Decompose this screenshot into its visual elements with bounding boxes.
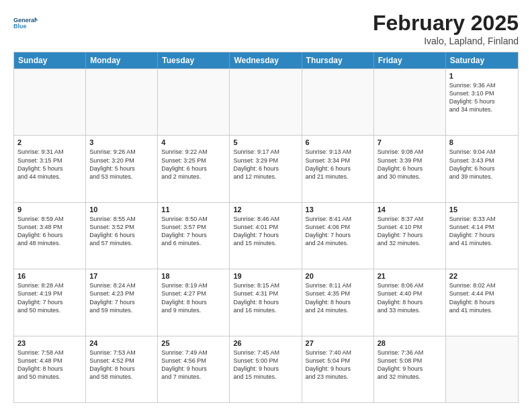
calendar-day-2: 2Sunrise: 9:31 AM Sunset: 3:15 PM Daylig… — [14, 136, 86, 201]
day-number: 16 — [17, 272, 82, 280]
day-info: Sunrise: 9:17 AM Sunset: 3:29 PM Dayligh… — [233, 148, 298, 181]
day-info: Sunrise: 9:36 AM Sunset: 3:10 PM Dayligh… — [449, 81, 515, 114]
calendar-week-2: 2Sunrise: 9:31 AM Sunset: 3:15 PM Daylig… — [14, 135, 518, 201]
day-info: Sunrise: 7:49 AM Sunset: 4:56 PM Dayligh… — [161, 349, 226, 381]
day-number: 19 — [233, 272, 298, 280]
location: Ivalo, Lapland, Finland — [373, 36, 519, 46]
day-info: Sunrise: 8:06 AM Sunset: 4:40 PM Dayligh… — [378, 281, 442, 314]
day-number: 10 — [89, 205, 154, 214]
day-number: 22 — [449, 272, 515, 280]
day-number: 27 — [306, 339, 370, 347]
day-info: Sunrise: 8:55 AM Sunset: 3:52 PM Dayligh… — [89, 215, 154, 248]
day-number: 11 — [161, 205, 226, 214]
calendar-day-23: 23Sunrise: 7:58 AM Sunset: 4:48 PM Dayli… — [14, 336, 86, 402]
calendar-day-9: 9Sunrise: 8:59 AM Sunset: 3:48 PM Daylig… — [14, 203, 86, 269]
day-number: 12 — [233, 205, 298, 214]
calendar-day-25: 25Sunrise: 7:49 AM Sunset: 4:56 PM Dayli… — [158, 336, 230, 402]
calendar-day-12: 12Sunrise: 8:46 AM Sunset: 4:01 PM Dayli… — [230, 203, 302, 269]
calendar-day-21: 21Sunrise: 8:06 AM Sunset: 4:40 PM Dayli… — [374, 269, 446, 335]
calendar-cell-empty — [86, 69, 158, 135]
calendar-day-15: 15Sunrise: 8:33 AM Sunset: 4:14 PM Dayli… — [446, 203, 518, 269]
svg-text:General: General — [13, 17, 36, 24]
calendar-cell-empty — [302, 69, 374, 135]
day-info: Sunrise: 9:31 AM Sunset: 3:15 PM Dayligh… — [17, 148, 82, 181]
calendar-day-14: 14Sunrise: 8:37 AM Sunset: 4:10 PM Dayli… — [374, 203, 446, 269]
day-number: 9 — [17, 205, 82, 214]
day-info: Sunrise: 8:46 AM Sunset: 4:01 PM Dayligh… — [233, 215, 298, 248]
day-info: Sunrise: 7:36 AM Sunset: 5:08 PM Dayligh… — [378, 349, 442, 381]
calendar-day-6: 6Sunrise: 9:13 AM Sunset: 3:34 PM Daylig… — [302, 136, 374, 201]
calendar-day-4: 4Sunrise: 9:22 AM Sunset: 3:25 PM Daylig… — [158, 136, 230, 201]
weekday-header-monday: Monday — [86, 52, 158, 68]
day-number: 25 — [161, 339, 226, 347]
month-title: February 2025 — [373, 11, 519, 36]
day-number: 13 — [306, 205, 370, 214]
calendar-week-3: 9Sunrise: 8:59 AM Sunset: 3:48 PM Daylig… — [14, 202, 518, 269]
title-block: February 2025 Ivalo, Lapland, Finland — [373, 11, 519, 46]
calendar-day-18: 18Sunrise: 8:19 AM Sunset: 4:27 PM Dayli… — [158, 269, 230, 335]
logo: General Blue — [13, 11, 38, 35]
day-number: 2 — [17, 138, 82, 146]
svg-text:Blue: Blue — [13, 23, 27, 30]
calendar-day-13: 13Sunrise: 8:41 AM Sunset: 4:06 PM Dayli… — [302, 203, 374, 269]
day-info: Sunrise: 8:24 AM Sunset: 4:23 PM Dayligh… — [89, 281, 154, 314]
day-number: 8 — [449, 138, 515, 146]
weekday-header-sunday: Sunday — [14, 52, 86, 68]
calendar-header: SundayMondayTuesdayWednesdayThursdayFrid… — [14, 52, 518, 68]
day-number: 7 — [378, 138, 442, 146]
day-number: 1 — [449, 72, 515, 80]
day-number: 28 — [378, 339, 442, 347]
day-info: Sunrise: 8:59 AM Sunset: 3:48 PM Dayligh… — [17, 215, 82, 248]
day-info: Sunrise: 9:13 AM Sunset: 3:34 PM Dayligh… — [306, 148, 370, 181]
logo-icon: General Blue — [13, 11, 38, 35]
calendar-week-1: 1Sunrise: 9:36 AM Sunset: 3:10 PM Daylig… — [14, 68, 518, 135]
calendar-body: 1Sunrise: 9:36 AM Sunset: 3:10 PM Daylig… — [14, 68, 518, 402]
day-number: 21 — [378, 272, 442, 280]
day-number: 6 — [306, 138, 370, 146]
day-info: Sunrise: 8:33 AM Sunset: 4:14 PM Dayligh… — [449, 215, 515, 248]
calendar-week-4: 16Sunrise: 8:28 AM Sunset: 4:19 PM Dayli… — [14, 269, 518, 335]
day-number: 14 — [378, 205, 442, 214]
calendar-day-5: 5Sunrise: 9:17 AM Sunset: 3:29 PM Daylig… — [230, 136, 302, 201]
calendar-day-7: 7Sunrise: 9:08 AM Sunset: 3:39 PM Daylig… — [374, 136, 446, 201]
calendar-day-11: 11Sunrise: 8:50 AM Sunset: 3:57 PM Dayli… — [158, 203, 230, 269]
day-number: 4 — [161, 138, 226, 146]
weekday-header-friday: Friday — [374, 52, 446, 68]
calendar-cell-empty — [374, 69, 446, 135]
day-info: Sunrise: 7:45 AM Sunset: 5:00 PM Dayligh… — [233, 349, 298, 381]
calendar-cell-empty — [446, 336, 518, 402]
calendar-cell-empty — [230, 69, 302, 135]
calendar-cell-empty — [158, 69, 230, 135]
day-info: Sunrise: 9:26 AM Sunset: 3:20 PM Dayligh… — [89, 148, 154, 181]
day-info: Sunrise: 7:58 AM Sunset: 4:48 PM Dayligh… — [17, 349, 82, 381]
calendar-day-22: 22Sunrise: 8:02 AM Sunset: 4:44 PM Dayli… — [446, 269, 518, 335]
calendar-day-27: 27Sunrise: 7:40 AM Sunset: 5:04 PM Dayli… — [302, 336, 374, 402]
day-info: Sunrise: 8:11 AM Sunset: 4:35 PM Dayligh… — [306, 281, 370, 314]
calendar-day-20: 20Sunrise: 8:11 AM Sunset: 4:35 PM Dayli… — [302, 269, 374, 335]
day-number: 15 — [449, 205, 515, 214]
header: General Blue February 2025 Ivalo, Laplan… — [13, 11, 519, 46]
day-number: 24 — [89, 339, 154, 347]
calendar-cell-empty — [14, 69, 86, 135]
calendar-week-5: 23Sunrise: 7:58 AM Sunset: 4:48 PM Dayli… — [14, 336, 518, 402]
calendar-day-8: 8Sunrise: 9:04 AM Sunset: 3:43 PM Daylig… — [446, 136, 518, 201]
calendar-day-24: 24Sunrise: 7:53 AM Sunset: 4:52 PM Dayli… — [86, 336, 158, 402]
calendar-day-28: 28Sunrise: 7:36 AM Sunset: 5:08 PM Dayli… — [374, 336, 446, 402]
day-number: 20 — [306, 272, 370, 280]
calendar-day-1: 1Sunrise: 9:36 AM Sunset: 3:10 PM Daylig… — [446, 69, 518, 135]
day-info: Sunrise: 8:28 AM Sunset: 4:19 PM Dayligh… — [17, 281, 82, 314]
day-info: Sunrise: 8:19 AM Sunset: 4:27 PM Dayligh… — [161, 281, 226, 314]
page: General Blue February 2025 Ivalo, Laplan… — [0, 0, 532, 411]
day-info: Sunrise: 7:53 AM Sunset: 4:52 PM Dayligh… — [89, 349, 154, 381]
day-info: Sunrise: 8:37 AM Sunset: 4:10 PM Dayligh… — [378, 215, 442, 248]
calendar-day-3: 3Sunrise: 9:26 AM Sunset: 3:20 PM Daylig… — [86, 136, 158, 201]
day-info: Sunrise: 9:22 AM Sunset: 3:25 PM Dayligh… — [161, 148, 226, 181]
day-info: Sunrise: 8:02 AM Sunset: 4:44 PM Dayligh… — [449, 281, 515, 314]
day-info: Sunrise: 8:50 AM Sunset: 3:57 PM Dayligh… — [161, 215, 226, 248]
day-info: Sunrise: 7:40 AM Sunset: 5:04 PM Dayligh… — [306, 349, 370, 381]
weekday-header-tuesday: Tuesday — [158, 52, 230, 68]
day-info: Sunrise: 8:41 AM Sunset: 4:06 PM Dayligh… — [306, 215, 370, 248]
day-number: 17 — [89, 272, 154, 280]
calendar: SundayMondayTuesdayWednesdayThursdayFrid… — [13, 52, 519, 403]
day-info: Sunrise: 9:04 AM Sunset: 3:43 PM Dayligh… — [449, 148, 515, 181]
